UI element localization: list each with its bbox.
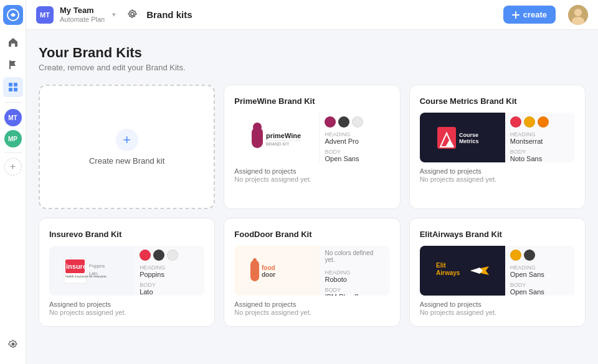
team-avatar: MT [36,6,54,24]
body-label: BODY [325,287,384,293]
create-new-card[interactable]: + Create new Brand kit [39,85,215,209]
svg-text:primeWine: primeWine [266,132,301,139]
kit-card-course-metrics[interactable]: Course Metrics Brand Kit Course Metrics [409,85,586,209]
kit-title: Course Metrics Brand Kit [420,96,517,106]
create-button-label: create [523,10,547,19]
kit-card-elitairways[interactable]: ElitAirways Brand Kit Elit Airways [409,218,586,327]
page-subtitle: Create, remove and edit your Brand Kits. [39,63,586,72]
chevron-down-icon[interactable]: ▾ [112,11,116,19]
kit-title: PrimeWine Brand Kit [234,96,315,106]
swatch [153,250,164,261]
logo-preview: Course Metrics [420,113,505,162]
create-card-label: Create new Brand kit [89,156,164,166]
color-swatches [510,116,570,128]
heading-label: HEADING [325,269,384,276]
page-title: Your Brand Kits [39,45,586,61]
kit-card-header: FoodDoor Brand Kit [234,228,389,240]
body-label: BODY [510,149,570,155]
assigned-title: Assigned to projects [234,167,389,175]
team-info: My Team Automate Plan [60,6,105,24]
swatch [352,116,363,128]
sidebar-divider-2 [4,152,22,153]
swatch [510,250,521,261]
assigned-text: No projects assigned yet. [420,309,575,316]
page-header: Your Brand Kits Create, remove and edit … [39,45,586,72]
avatar-mp[interactable]: MP [4,130,22,147]
heading-label: HEADING [325,131,384,138]
kit-card-fooddoor[interactable]: FoodDoor Brand Kit food door No colors d… [224,218,400,327]
body-font: BODY Lato [140,282,199,296]
swatch [140,250,151,261]
svg-text:Lato: Lato [89,271,98,276]
font-info: HEADING Montserrat BODY Noto Sans [505,113,575,162]
heading-font-name: Montserrat [510,138,570,145]
app-logo[interactable] [3,5,23,25]
assigned-title: Assigned to projects [49,301,204,308]
kit-preview: primeWine BRAND KIT HEADING [234,113,389,162]
sidebar: MT MP + [0,0,26,364]
body-font: BODY Open Sans [325,149,384,162]
heading-label: HEADING [510,264,570,271]
kit-preview: insurevo health insurance for everyone P… [49,246,204,296]
swatch [538,116,549,128]
body-label: BODY [140,282,199,288]
kit-preview: Elit Airways HEADING Ope [420,246,575,296]
assigned-title: Assigned to projects [420,167,575,175]
svg-rect-3 [14,83,17,86]
body-label: BODY [325,149,384,155]
settings-icon[interactable] [127,9,138,21]
kit-preview: Course Metrics HEADING Montserrat [420,113,575,162]
svg-rect-2 [9,83,12,86]
svg-text:health insurance for everyone: health insurance for everyone [65,274,107,278]
body-font: BODY IBM Plex Sans [325,287,384,296]
heading-font-name: Roboto [325,276,384,283]
content-area: Your Brand Kits Create, remove and edit … [26,30,598,364]
swatch [524,116,535,128]
svg-rect-27 [250,260,259,281]
sidebar-item-grid[interactable] [3,77,23,97]
swatch [167,250,178,261]
add-team-button[interactable]: + [4,158,22,175]
font-info: HEADING Advent Pro BODY Open Sans [320,113,389,162]
heading-font: HEADING Advent Pro [325,131,384,145]
kit-card-insurevo[interactable]: Insurevo Brand Kit insurevo health insur… [39,218,215,327]
assigned-text: No projects assigned yet. [420,175,575,183]
settings-icon[interactable] [3,334,23,354]
sidebar-item-flag[interactable] [3,55,23,75]
main-area: MT My Team Automate Plan ▾ Brand kits cr… [26,0,598,364]
body-font-name: Noto Sans [510,155,570,162]
kit-card-primewine[interactable]: PrimeWine Brand Kit primeWine BRAND KIT [224,85,400,209]
brand-grid: + Create new Brand kit PrimeWine Brand K… [39,85,586,327]
assigned-section: Assigned to projects No projects assigne… [420,301,575,316]
svg-text:Airways: Airways [436,269,460,276]
svg-point-7 [131,12,134,16]
assigned-section: Assigned to projects No projects assigne… [420,167,575,183]
body-label: BODY [510,282,570,288]
svg-rect-5 [14,88,17,91]
assigned-text: No projects assigned yet. [234,309,389,316]
topbar: MT My Team Automate Plan ▾ Brand kits cr… [26,0,598,30]
create-button[interactable]: create [503,6,556,24]
avatar-mt[interactable]: MT [4,109,22,126]
sidebar-divider [4,102,22,103]
font-info: HEADING Poppins BODY Lato [135,246,204,296]
color-swatches [510,250,570,261]
plus-icon: + [116,129,138,151]
svg-rect-28 [253,258,257,263]
swatch [338,116,349,128]
swatch [524,250,535,261]
body-font-name: IBM Plex Sans [325,293,384,296]
svg-text:BRAND KIT: BRAND KIT [266,142,290,146]
heading-font-name: Advent Pro [325,138,384,145]
font-info: No colors defined yet. HEADING Roboto BO… [320,246,389,296]
heading-font: HEADING Montserrat [510,131,570,145]
heading-label: HEADING [510,131,570,138]
sidebar-item-home[interactable] [3,32,23,52]
kit-card-header: PrimeWine Brand Kit [234,95,389,106]
color-swatches [140,250,199,261]
user-avatar[interactable] [568,5,588,25]
color-swatches [325,116,384,128]
heading-font: HEADING Open Sans [510,264,570,278]
kit-title: FoodDoor Brand Kit [234,230,311,239]
page-title-topbar: Brand kits [146,9,192,20]
